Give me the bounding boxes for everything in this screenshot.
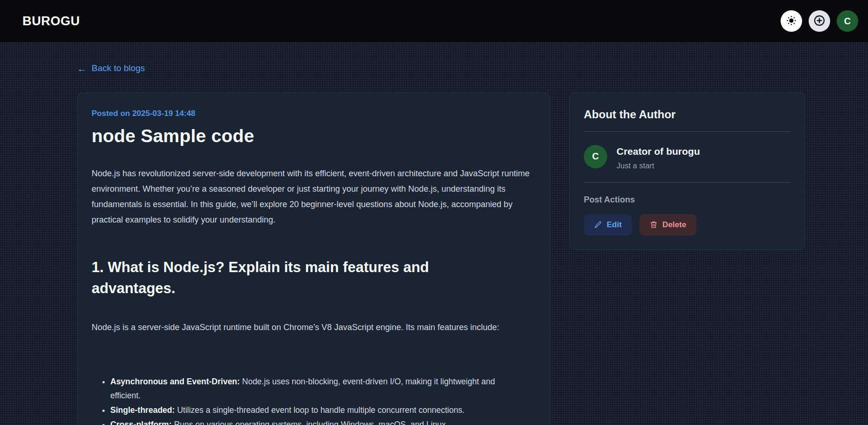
- pencil-icon: [594, 221, 602, 229]
- delete-button-label: Delete: [662, 220, 686, 230]
- feature-text: Utilizes a single-threaded event loop to…: [177, 405, 465, 415]
- top-navbar: BUROGU: [0, 0, 868, 42]
- back-to-blogs-link[interactable]: ← Back to blogs: [77, 63, 145, 73]
- feature-label: Asynchronous and Event-Driven:: [110, 377, 240, 386]
- sun-icon: [786, 15, 797, 28]
- post-date: Posted on 2025-03-19 14:48: [92, 109, 536, 118]
- post-title: node Sample code: [92, 126, 536, 146]
- section-heading: 1. What is Node.js? Explain its main fea…: [92, 257, 498, 299]
- content-row: Posted on 2025-03-19 14:48 node Sample c…: [77, 93, 805, 425]
- feature-item: Asynchronous and Event-Driven: Node.js u…: [110, 375, 526, 403]
- brand-logo[interactable]: BUROGU: [22, 14, 80, 29]
- back-arrow-icon: ←: [77, 64, 87, 73]
- divider: [584, 182, 791, 183]
- author-card-title: About the Author: [584, 108, 791, 121]
- author-card: About the Author C Creator of burogu Jus…: [569, 93, 805, 250]
- navbar-actions: C: [781, 10, 858, 32]
- new-post-button[interactable]: [809, 10, 830, 32]
- delete-button[interactable]: Delete: [639, 214, 696, 236]
- trash-icon: [650, 221, 658, 229]
- page-content: ← Back to blogs Posted on 2025-03-19 14:…: [0, 42, 805, 425]
- author-avatar: C: [584, 145, 607, 168]
- theme-toggle-button[interactable]: [781, 10, 802, 32]
- feature-list: Asynchronous and Event-Driven: Node.js u…: [92, 375, 526, 425]
- feature-item: Cross-platform: Runs on various operatin…: [110, 418, 526, 425]
- feature-label: Cross-platform:: [110, 420, 172, 425]
- feature-item: Single-threaded: Utilizes a single-threa…: [110, 403, 526, 417]
- author-details: Creator of burogu Just a start: [617, 145, 700, 170]
- post-actions-label: Post Actions: [584, 195, 791, 205]
- author-bio: Just a start: [617, 161, 700, 170]
- author-avatar-initial: C: [592, 151, 599, 162]
- post-actions-buttons: Edit Delete: [584, 214, 791, 236]
- edit-button[interactable]: Edit: [584, 214, 632, 236]
- edit-button-label: Edit: [607, 220, 622, 230]
- plus-circle-icon: [813, 14, 826, 29]
- post-intro: Node.js has revolutionized server-side d…: [92, 166, 536, 228]
- user-avatar-initial: C: [844, 16, 851, 27]
- author-name: Creator of burogu: [617, 145, 700, 157]
- user-avatar[interactable]: C: [837, 10, 858, 32]
- feature-text: Runs on various operating systems, inclu…: [174, 420, 448, 425]
- feature-label: Single-threaded:: [110, 405, 175, 415]
- section-intro: Node.js is a server-side JavaScript runt…: [92, 320, 536, 334]
- back-link-label: Back to blogs: [92, 63, 145, 73]
- divider: [584, 131, 791, 132]
- author-info: C Creator of burogu Just a start: [584, 145, 791, 170]
- post-card: Posted on 2025-03-19 14:48 node Sample c…: [77, 93, 550, 425]
